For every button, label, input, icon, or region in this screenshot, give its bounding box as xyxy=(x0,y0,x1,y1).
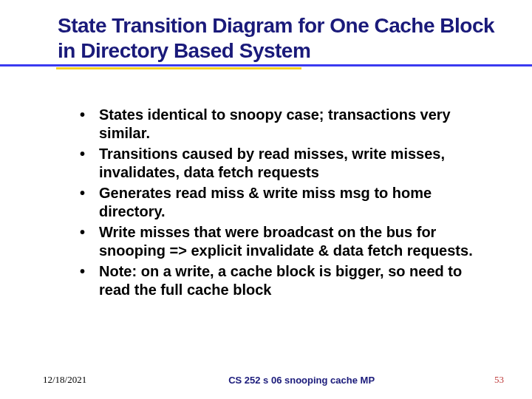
underline-blue xyxy=(0,64,532,66)
footer-course: CS 252 s 06 snooping cache MP xyxy=(86,375,494,386)
bullet-list: States identical to snoopy case; transac… xyxy=(78,106,488,299)
footer-date: 12/18/2021 xyxy=(43,374,86,386)
list-item: Transitions caused by read misses, write… xyxy=(78,145,488,182)
footer: 12/18/2021 CS 252 s 06 snooping cache MP… xyxy=(0,374,532,386)
list-item: Note: on a write, a cache block is bigge… xyxy=(78,262,488,299)
content-area: States identical to snoopy case; transac… xyxy=(0,70,532,299)
slide: State Transition Diagram for One Cache B… xyxy=(0,0,532,399)
list-item: Generates read miss & write miss msg to … xyxy=(78,184,488,221)
title-underline xyxy=(58,64,502,70)
footer-page-number: 53 xyxy=(494,374,504,386)
title-block: State Transition Diagram for One Cache B… xyxy=(0,13,532,70)
list-item: Write misses that were broadcast on the … xyxy=(78,223,488,260)
list-item: States identical to snoopy case; transac… xyxy=(78,106,488,143)
slide-title: State Transition Diagram for One Cache B… xyxy=(58,13,502,63)
underline-yellow xyxy=(56,67,301,69)
